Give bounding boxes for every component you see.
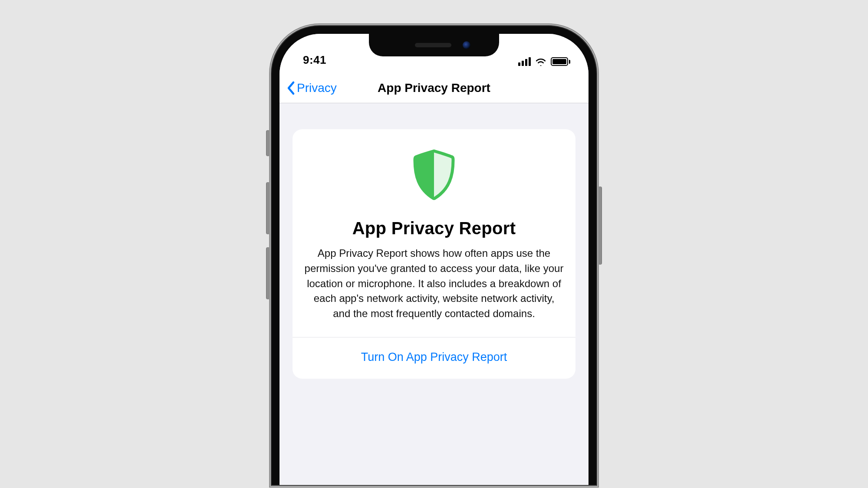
chevron-left-icon (286, 81, 296, 95)
phone-screen: 9:41 Privacy (279, 34, 589, 485)
battery-icon (551, 57, 570, 66)
card-description: App Privacy Report shows how often apps … (301, 246, 567, 337)
back-button[interactable]: Privacy (286, 81, 337, 95)
content-area: App Privacy Report App Privacy Report sh… (279, 103, 589, 379)
wifi-icon (535, 57, 546, 66)
status-time: 9:41 (296, 53, 326, 67)
power-button (598, 187, 602, 265)
earpiece-speaker (415, 43, 451, 47)
display-notch (369, 34, 499, 56)
front-camera (463, 41, 470, 49)
nav-bar: Privacy App Privacy Report (279, 73, 589, 103)
volume-down-button (266, 247, 270, 299)
silent-switch (266, 130, 270, 156)
phone-frame: 9:41 Privacy (272, 26, 596, 485)
shield-icon (301, 149, 567, 200)
card-heading: App Privacy Report (301, 219, 567, 238)
privacy-report-card: App Privacy Report App Privacy Report sh… (293, 129, 575, 379)
cellular-icon (518, 57, 531, 66)
turn-on-button[interactable]: Turn On App Privacy Report (301, 337, 567, 379)
back-label: Privacy (297, 81, 337, 95)
volume-up-button (266, 182, 270, 234)
status-icons (518, 57, 572, 67)
